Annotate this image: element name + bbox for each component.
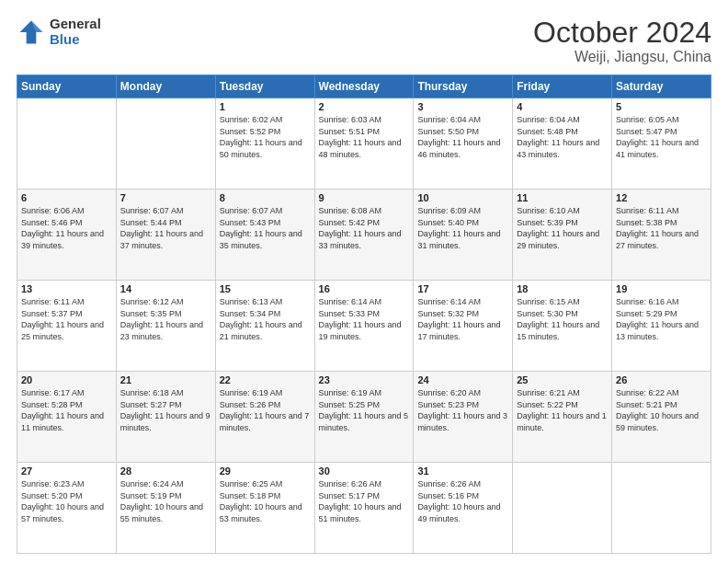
cell-info: Sunrise: 6:13 AMSunset: 5:34 PMDaylight:… (220, 297, 302, 341)
table-row: 24 Sunrise: 6:20 AMSunset: 5:23 PMDaylig… (414, 372, 513, 463)
table-row: 9 Sunrise: 6:08 AMSunset: 5:42 PMDayligh… (314, 190, 414, 281)
table-row: 15 Sunrise: 6:13 AMSunset: 5:34 PMDaylig… (215, 281, 314, 372)
day-number: 1 (220, 101, 311, 112)
day-number: 17 (417, 283, 508, 294)
day-number: 28 (120, 465, 211, 477)
cell-info: Sunrise: 6:02 AMSunset: 5:52 PMDaylight:… (220, 115, 302, 159)
day-number: 2 (319, 101, 410, 112)
cell-info: Sunrise: 6:06 AMSunset: 5:46 PMDaylight:… (21, 206, 104, 250)
calendar-week-row: 13 Sunrise: 6:11 AMSunset: 5:37 PMDaylig… (17, 281, 711, 372)
cell-info: Sunrise: 6:26 AMSunset: 5:17 PMDaylight:… (319, 479, 402, 523)
day-number: 5 (616, 101, 707, 112)
cell-info: Sunrise: 6:22 AMSunset: 5:21 PMDaylight:… (616, 388, 699, 432)
day-number: 22 (220, 374, 311, 385)
table-row (513, 463, 612, 554)
day-number: 18 (517, 283, 608, 294)
day-number: 29 (220, 465, 311, 477)
calendar-week-row: 1 Sunrise: 6:02 AMSunset: 5:52 PMDayligh… (17, 98, 711, 190)
col-wednesday: Wednesday (314, 75, 414, 98)
table-row: 13 Sunrise: 6:11 AMSunset: 5:37 PMDaylig… (17, 281, 117, 372)
table-row: 25 Sunrise: 6:21 AMSunset: 5:22 PMDaylig… (513, 372, 612, 463)
title-block: October 2024 Weiji, Jiangsu, China (533, 17, 711, 65)
cell-info: Sunrise: 6:21 AMSunset: 5:22 PMDaylight:… (517, 388, 607, 432)
table-row: 21 Sunrise: 6:18 AMSunset: 5:27 PMDaylig… (116, 372, 215, 463)
calendar-header-row: Sunday Monday Tuesday Wednesday Thursday… (17, 75, 711, 98)
cell-info: Sunrise: 6:18 AMSunset: 5:27 PMDaylight:… (120, 388, 210, 432)
calendar-table: Sunday Monday Tuesday Wednesday Thursday… (17, 75, 711, 554)
col-thursday: Thursday (414, 75, 513, 98)
table-row: 6 Sunrise: 6:06 AMSunset: 5:46 PMDayligh… (17, 190, 117, 281)
cell-info: Sunrise: 6:09 AMSunset: 5:40 PMDaylight:… (417, 206, 500, 250)
table-row: 20 Sunrise: 6:17 AMSunset: 5:28 PMDaylig… (17, 372, 117, 463)
table-row: 28 Sunrise: 6:24 AMSunset: 5:19 PMDaylig… (116, 463, 215, 554)
day-number: 20 (21, 374, 112, 385)
table-row: 5 Sunrise: 6:05 AMSunset: 5:47 PMDayligh… (612, 98, 711, 190)
cell-info: Sunrise: 6:19 AMSunset: 5:25 PMDaylight:… (319, 388, 409, 432)
table-row: 17 Sunrise: 6:14 AMSunset: 5:32 PMDaylig… (414, 281, 513, 372)
day-number: 9 (319, 192, 410, 203)
day-number: 30 (319, 465, 410, 477)
table-row: 30 Sunrise: 6:26 AMSunset: 5:17 PMDaylig… (314, 463, 414, 554)
table-row: 16 Sunrise: 6:14 AMSunset: 5:33 PMDaylig… (314, 281, 414, 372)
cell-info: Sunrise: 6:05 AMSunset: 5:47 PMDaylight:… (616, 115, 699, 159)
table-row: 22 Sunrise: 6:19 AMSunset: 5:26 PMDaylig… (215, 372, 314, 463)
day-number: 8 (220, 192, 311, 203)
table-row: 1 Sunrise: 6:02 AMSunset: 5:52 PMDayligh… (215, 98, 314, 190)
table-row: 3 Sunrise: 6:04 AMSunset: 5:50 PMDayligh… (414, 98, 513, 190)
table-row: 2 Sunrise: 6:03 AMSunset: 5:51 PMDayligh… (314, 98, 414, 190)
table-row: 31 Sunrise: 6:26 AMSunset: 5:16 PMDaylig… (414, 463, 513, 554)
table-row: 7 Sunrise: 6:07 AMSunset: 5:44 PMDayligh… (116, 190, 215, 281)
sub-title: Weiji, Jiangsu, China (533, 49, 711, 65)
table-row (612, 463, 711, 554)
cell-info: Sunrise: 6:24 AMSunset: 5:19 PMDaylight:… (120, 479, 203, 523)
col-tuesday: Tuesday (215, 75, 314, 98)
cell-info: Sunrise: 6:11 AMSunset: 5:37 PMDaylight:… (21, 297, 104, 341)
table-row: 19 Sunrise: 6:16 AMSunset: 5:29 PMDaylig… (612, 281, 711, 372)
cell-info: Sunrise: 6:03 AMSunset: 5:51 PMDaylight:… (319, 115, 402, 159)
cell-info: Sunrise: 6:11 AMSunset: 5:38 PMDaylight:… (616, 206, 699, 250)
cell-info: Sunrise: 6:16 AMSunset: 5:29 PMDaylight:… (616, 297, 699, 341)
cell-info: Sunrise: 6:10 AMSunset: 5:39 PMDaylight:… (517, 206, 599, 250)
logo-blue-text: Blue (50, 32, 101, 48)
day-number: 23 (319, 374, 410, 385)
day-number: 3 (417, 101, 508, 112)
table-row: 10 Sunrise: 6:09 AMSunset: 5:40 PMDaylig… (414, 190, 513, 281)
logo-text: General Blue (50, 17, 101, 47)
table-row: 14 Sunrise: 6:12 AMSunset: 5:35 PMDaylig… (116, 281, 215, 372)
logo: General Blue (17, 17, 101, 47)
cell-info: Sunrise: 6:14 AMSunset: 5:33 PMDaylight:… (319, 297, 402, 341)
cell-info: Sunrise: 6:08 AMSunset: 5:42 PMDaylight:… (319, 206, 402, 250)
day-number: 14 (120, 283, 211, 294)
day-number: 24 (417, 374, 508, 385)
cell-info: Sunrise: 6:14 AMSunset: 5:32 PMDaylight:… (417, 297, 500, 341)
day-number: 11 (517, 192, 608, 203)
day-number: 4 (517, 101, 608, 112)
col-friday: Friday (513, 75, 612, 98)
page: General Blue October 2024 Weiji, Jiangsu… (0, 0, 728, 563)
cell-info: Sunrise: 6:12 AMSunset: 5:35 PMDaylight:… (120, 297, 203, 341)
main-title: October 2024 (533, 17, 711, 49)
day-number: 25 (517, 374, 608, 385)
table-row: 26 Sunrise: 6:22 AMSunset: 5:21 PMDaylig… (612, 372, 711, 463)
col-saturday: Saturday (612, 75, 711, 98)
cell-info: Sunrise: 6:04 AMSunset: 5:48 PMDaylight:… (517, 115, 599, 159)
table-row: 18 Sunrise: 6:15 AMSunset: 5:30 PMDaylig… (513, 281, 612, 372)
calendar-week-row: 6 Sunrise: 6:06 AMSunset: 5:46 PMDayligh… (17, 190, 711, 281)
cell-info: Sunrise: 6:20 AMSunset: 5:23 PMDaylight:… (417, 388, 507, 432)
calendar-week-row: 27 Sunrise: 6:23 AMSunset: 5:20 PMDaylig… (17, 463, 711, 554)
cell-info: Sunrise: 6:04 AMSunset: 5:50 PMDaylight:… (417, 115, 500, 159)
day-number: 19 (616, 283, 707, 294)
cell-info: Sunrise: 6:25 AMSunset: 5:18 PMDaylight:… (220, 479, 302, 523)
cell-info: Sunrise: 6:07 AMSunset: 5:44 PMDaylight:… (120, 206, 203, 250)
cell-info: Sunrise: 6:07 AMSunset: 5:43 PMDaylight:… (220, 206, 302, 250)
table-row: 29 Sunrise: 6:25 AMSunset: 5:18 PMDaylig… (215, 463, 314, 554)
day-number: 15 (220, 283, 311, 294)
cell-info: Sunrise: 6:19 AMSunset: 5:26 PMDaylight:… (220, 388, 310, 432)
calendar-week-row: 20 Sunrise: 6:17 AMSunset: 5:28 PMDaylig… (17, 372, 711, 463)
day-number: 13 (21, 283, 112, 294)
cell-info: Sunrise: 6:23 AMSunset: 5:20 PMDaylight:… (21, 479, 104, 523)
day-number: 27 (21, 465, 112, 477)
table-row: 23 Sunrise: 6:19 AMSunset: 5:25 PMDaylig… (314, 372, 414, 463)
table-row (116, 98, 215, 190)
day-number: 21 (120, 374, 211, 385)
